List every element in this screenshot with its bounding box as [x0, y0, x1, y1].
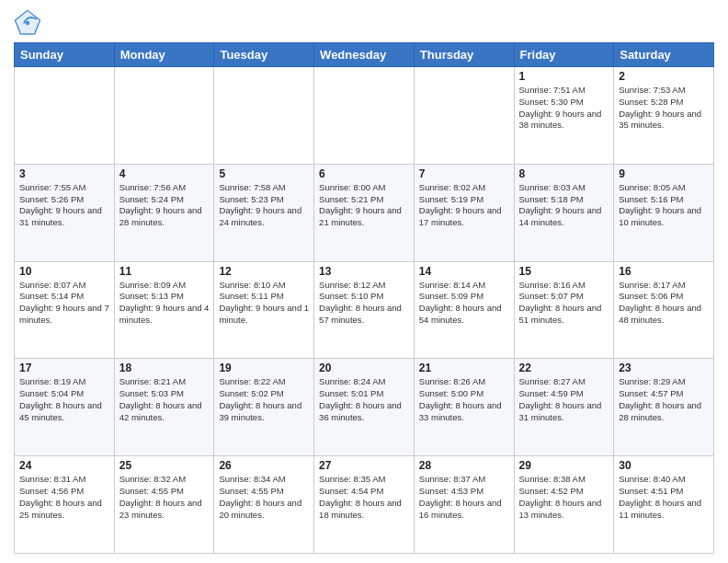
calendar-day-cell: 30Sunrise: 8:40 AMSunset: 4:51 PMDayligh…	[614, 456, 714, 554]
day-info: Sunrise: 7:56 AMSunset: 5:24 PMDaylight:…	[119, 182, 210, 229]
calendar-day-cell: 6Sunrise: 8:00 AMSunset: 5:21 PMDaylight…	[314, 164, 415, 261]
weekday-header: Tuesday	[214, 43, 314, 67]
calendar-week-row: 24Sunrise: 8:31 AMSunset: 4:56 PMDayligh…	[15, 456, 714, 554]
calendar-day-cell: 18Sunrise: 8:21 AMSunset: 5:03 PMDayligh…	[114, 359, 214, 456]
day-number: 5	[219, 167, 309, 180]
calendar-day-cell: 16Sunrise: 8:17 AMSunset: 5:06 PMDayligh…	[614, 261, 714, 359]
calendar-day-cell: 4Sunrise: 7:56 AMSunset: 5:24 PMDaylight…	[114, 164, 214, 261]
day-info: Sunrise: 8:16 AMSunset: 5:07 PMDaylight:…	[519, 280, 609, 327]
day-info: Sunrise: 8:37 AMSunset: 4:53 PMDaylight:…	[419, 474, 509, 521]
day-number: 3	[19, 167, 109, 180]
day-info: Sunrise: 8:26 AMSunset: 5:00 PMDaylight:…	[419, 376, 509, 423]
page: SundayMondayTuesdayWednesdayThursdayFrid…	[0, 0, 728, 563]
calendar-week-row: 1Sunrise: 7:51 AMSunset: 5:30 PMDaylight…	[15, 67, 714, 165]
calendar-day-cell: 25Sunrise: 8:32 AMSunset: 4:55 PMDayligh…	[114, 456, 214, 554]
day-info: Sunrise: 8:22 AMSunset: 5:02 PMDaylight:…	[219, 376, 309, 423]
day-info: Sunrise: 8:17 AMSunset: 5:06 PMDaylight:…	[619, 280, 709, 327]
calendar-day-cell	[214, 67, 314, 165]
day-number: 10	[19, 265, 109, 278]
calendar-day-cell: 13Sunrise: 8:12 AMSunset: 5:10 PMDayligh…	[314, 261, 415, 359]
day-number: 20	[319, 362, 409, 374]
weekday-header: Friday	[514, 43, 614, 67]
day-number: 24	[19, 459, 109, 472]
day-number: 11	[119, 265, 210, 278]
calendar-day-cell: 28Sunrise: 8:37 AMSunset: 4:53 PMDayligh…	[414, 456, 514, 554]
day-number: 16	[619, 265, 709, 278]
day-info: Sunrise: 8:05 AMSunset: 5:16 PMDaylight:…	[619, 182, 709, 229]
calendar-day-cell: 24Sunrise: 8:31 AMSunset: 4:56 PMDayligh…	[15, 456, 115, 554]
calendar-day-cell: 2Sunrise: 7:53 AMSunset: 5:28 PMDaylight…	[614, 67, 714, 165]
calendar-day-cell	[114, 67, 214, 165]
day-number: 28	[419, 459, 509, 472]
day-info: Sunrise: 8:19 AMSunset: 5:04 PMDaylight:…	[19, 376, 109, 423]
calendar-day-cell: 22Sunrise: 8:27 AMSunset: 4:59 PMDayligh…	[514, 359, 614, 456]
day-number: 2	[619, 70, 709, 83]
calendar-day-cell: 20Sunrise: 8:24 AMSunset: 5:01 PMDayligh…	[314, 359, 415, 456]
calendar-day-cell: 7Sunrise: 8:02 AMSunset: 5:19 PMDaylight…	[414, 164, 514, 261]
header	[14, 9, 714, 37]
day-info: Sunrise: 7:58 AMSunset: 5:23 PMDaylight:…	[219, 182, 309, 229]
calendar-day-cell: 29Sunrise: 8:38 AMSunset: 4:52 PMDayligh…	[514, 456, 614, 554]
logo-icon	[14, 9, 41, 37]
day-number: 22	[519, 362, 609, 374]
calendar-day-cell: 12Sunrise: 8:10 AMSunset: 5:11 PMDayligh…	[214, 261, 314, 359]
day-info: Sunrise: 8:27 AMSunset: 4:59 PMDaylight:…	[519, 376, 609, 423]
day-number: 4	[119, 167, 210, 180]
day-number: 1	[519, 70, 609, 83]
day-number: 21	[419, 362, 509, 374]
calendar-day-cell: 8Sunrise: 8:03 AMSunset: 5:18 PMDaylight…	[514, 164, 614, 261]
calendar-day-cell: 27Sunrise: 8:35 AMSunset: 4:54 PMDayligh…	[314, 456, 415, 554]
calendar-day-cell	[15, 67, 115, 165]
logo	[14, 9, 45, 37]
day-number: 25	[119, 459, 210, 472]
day-number: 15	[519, 265, 609, 278]
day-info: Sunrise: 8:38 AMSunset: 4:52 PMDaylight:…	[519, 474, 609, 521]
day-number: 7	[419, 167, 509, 180]
day-info: Sunrise: 8:12 AMSunset: 5:10 PMDaylight:…	[319, 280, 409, 327]
day-info: Sunrise: 7:53 AMSunset: 5:28 PMDaylight:…	[619, 85, 709, 132]
day-number: 23	[619, 362, 709, 374]
calendar-day-cell: 1Sunrise: 7:51 AMSunset: 5:30 PMDaylight…	[514, 67, 614, 165]
weekday-header: Saturday	[614, 43, 714, 67]
day-number: 19	[219, 362, 309, 374]
day-info: Sunrise: 8:24 AMSunset: 5:01 PMDaylight:…	[319, 376, 409, 423]
calendar-day-cell: 11Sunrise: 8:09 AMSunset: 5:13 PMDayligh…	[114, 261, 214, 359]
day-number: 6	[319, 167, 409, 180]
day-number: 17	[19, 362, 109, 374]
weekday-header: Thursday	[414, 43, 514, 67]
day-info: Sunrise: 8:21 AMSunset: 5:03 PMDaylight:…	[119, 376, 210, 423]
day-number: 30	[619, 459, 709, 472]
calendar-day-cell: 15Sunrise: 8:16 AMSunset: 5:07 PMDayligh…	[514, 261, 614, 359]
calendar-week-row: 3Sunrise: 7:55 AMSunset: 5:26 PMDaylight…	[15, 164, 714, 261]
calendar-day-cell: 9Sunrise: 8:05 AMSunset: 5:16 PMDaylight…	[614, 164, 714, 261]
day-info: Sunrise: 8:14 AMSunset: 5:09 PMDaylight:…	[419, 280, 509, 327]
calendar-day-cell: 23Sunrise: 8:29 AMSunset: 4:57 PMDayligh…	[614, 359, 714, 456]
weekday-header: Monday	[114, 43, 214, 67]
day-number: 8	[519, 167, 609, 180]
day-number: 29	[519, 459, 609, 472]
weekday-header: Sunday	[15, 43, 115, 67]
day-info: Sunrise: 7:55 AMSunset: 5:26 PMDaylight:…	[19, 182, 109, 229]
day-info: Sunrise: 8:09 AMSunset: 5:13 PMDaylight:…	[119, 280, 210, 327]
day-number: 14	[419, 265, 509, 278]
calendar-day-cell: 26Sunrise: 8:34 AMSunset: 4:55 PMDayligh…	[214, 456, 314, 554]
day-info: Sunrise: 8:07 AMSunset: 5:14 PMDaylight:…	[19, 280, 109, 327]
calendar-header-row: SundayMondayTuesdayWednesdayThursdayFrid…	[15, 43, 714, 67]
calendar-day-cell	[314, 67, 415, 165]
calendar-day-cell: 19Sunrise: 8:22 AMSunset: 5:02 PMDayligh…	[214, 359, 314, 456]
calendar-day-cell: 3Sunrise: 7:55 AMSunset: 5:26 PMDaylight…	[15, 164, 115, 261]
day-info: Sunrise: 8:32 AMSunset: 4:55 PMDaylight:…	[119, 474, 210, 521]
calendar-table: SundayMondayTuesdayWednesdayThursdayFrid…	[14, 42, 714, 554]
calendar-day-cell	[414, 67, 514, 165]
calendar-day-cell: 14Sunrise: 8:14 AMSunset: 5:09 PMDayligh…	[414, 261, 514, 359]
svg-point-2	[26, 21, 30, 26]
day-info: Sunrise: 8:35 AMSunset: 4:54 PMDaylight:…	[319, 474, 409, 521]
calendar-day-cell: 17Sunrise: 8:19 AMSunset: 5:04 PMDayligh…	[15, 359, 115, 456]
day-info: Sunrise: 8:10 AMSunset: 5:11 PMDaylight:…	[219, 280, 309, 327]
day-info: Sunrise: 8:40 AMSunset: 4:51 PMDaylight:…	[619, 474, 709, 521]
day-info: Sunrise: 8:29 AMSunset: 4:57 PMDaylight:…	[619, 376, 709, 423]
calendar-day-cell: 10Sunrise: 8:07 AMSunset: 5:14 PMDayligh…	[15, 261, 115, 359]
day-number: 18	[119, 362, 210, 374]
calendar-day-cell: 21Sunrise: 8:26 AMSunset: 5:00 PMDayligh…	[414, 359, 514, 456]
weekday-header: Wednesday	[314, 43, 415, 67]
